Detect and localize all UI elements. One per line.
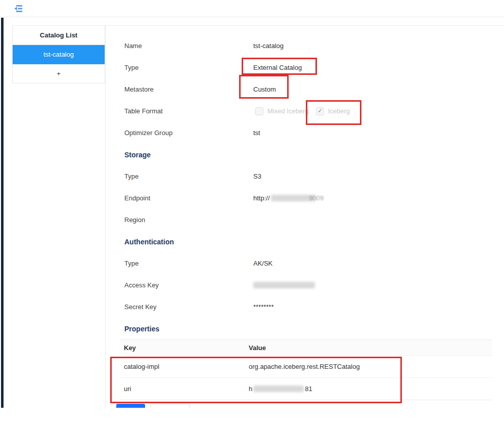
field-label: Type — [124, 260, 253, 267]
endpoint-faint-suffix: 9009 — [309, 194, 324, 202]
collapsed-sidebar-strip — [1, 18, 4, 408]
endpoint-prefix: http:// — [253, 194, 270, 202]
property-key: catalog-impl — [120, 363, 249, 370]
secondary-button[interactable] — [150, 404, 190, 408]
field-row-optimizer-group: Optimizer Group tst — [124, 122, 493, 144]
field-label: Region — [124, 216, 253, 224]
field-value: S3 — [253, 173, 261, 180]
field-value: tst-catalog — [253, 42, 284, 50]
field-row-name: Name tst-catalog — [124, 35, 493, 57]
field-label: Type — [124, 173, 253, 180]
field-value: tst — [253, 129, 260, 137]
footer-button-bar — [116, 404, 493, 408]
field-row-auth-type: Type AK/SK — [124, 252, 493, 274]
checkbox-label: Iceberg — [328, 107, 350, 115]
field-label: Table Format — [124, 107, 253, 115]
catalog-detail-panel: Name tst-catalog Type External Catalog M… — [105, 26, 504, 408]
table-format-checkbox-group: Mixed Iceberg Iceberg — [255, 107, 350, 115]
field-label: Name — [124, 42, 253, 50]
add-catalog-button[interactable]: + — [13, 64, 105, 83]
table-row-uri: uri h 81 — [120, 377, 492, 400]
column-header-value: Value — [249, 344, 492, 352]
field-row-region: Region — [124, 209, 493, 231]
field-row-metastore: Metastore Custom — [124, 78, 493, 100]
checkbox-mixed-iceberg: Mixed Iceberg — [255, 107, 309, 115]
field-label: Metastore — [124, 86, 253, 93]
uri-suffix: 81 — [305, 385, 312, 393]
property-key: uri — [120, 385, 249, 393]
field-label: Endpoint — [124, 194, 253, 202]
content-wrapper: Catalog List tst-catalog + Name tst-cata… — [12, 25, 504, 408]
field-row-endpoint: Endpoint http:// 9009 — [124, 187, 493, 209]
field-value — [253, 282, 315, 288]
field-label: Secret Key — [124, 303, 253, 311]
catalog-list-box: Catalog List tst-catalog + — [12, 26, 105, 83]
storage-section-title: Storage — [124, 144, 493, 165]
field-value: AK/SK — [253, 260, 272, 267]
top-bar — [0, 0, 504, 17]
catalog-sidebar: Catalog List tst-catalog + — [12, 26, 105, 408]
field-value: http:// 9009 — [253, 194, 324, 202]
redacted-uri-blur — [253, 386, 304, 392]
checkbox-iceberg: Iceberg — [316, 107, 350, 115]
catalog-list-title: Catalog List — [13, 26, 105, 45]
field-row-access-key: Access Key — [124, 274, 493, 296]
property-value: org.apache.iceberg.rest.RESTCatalog — [249, 363, 492, 370]
field-label: Type — [124, 64, 253, 71]
field-value: ******** — [253, 303, 273, 311]
properties-section-title: Properties — [124, 318, 493, 339]
field-label: Access Key — [124, 281, 253, 289]
menu-fold-icon[interactable] — [14, 4, 23, 13]
checkbox-label: Mixed Iceberg — [267, 107, 309, 115]
sidebar-item-tst-catalog[interactable]: tst-catalog — [13, 45, 105, 64]
property-value: h 81 — [249, 385, 492, 393]
checkbox-unchecked-icon — [255, 107, 263, 115]
field-row-secret-key: Secret Key ******** — [124, 296, 493, 318]
properties-table-header: Key Value — [120, 340, 492, 355]
properties-table: Key Value catalog-impl org.apache.iceber… — [120, 339, 492, 400]
column-header-key: Key — [120, 344, 249, 352]
field-value: Custom — [253, 86, 276, 93]
field-row-storage-type: Type S3 — [124, 165, 493, 187]
field-value: External Catalog — [253, 64, 302, 71]
field-label: Optimizer Group — [124, 129, 253, 137]
field-value: Mixed Iceberg Iceberg — [253, 107, 350, 115]
field-row-type: Type External Catalog — [124, 57, 493, 78]
authentication-section-title: Authentication — [124, 231, 493, 252]
primary-button[interactable] — [116, 404, 145, 408]
field-row-table-format: Table Format Mixed Iceberg Iceberg — [124, 100, 493, 122]
redacted-access-key-blur — [253, 282, 315, 288]
uri-prefix: h — [249, 385, 252, 393]
redacted-endpoint-blur — [271, 195, 315, 201]
table-row-catalog-impl: catalog-impl org.apache.iceberg.rest.RES… — [120, 355, 492, 377]
checkbox-checked-icon — [316, 107, 324, 115]
